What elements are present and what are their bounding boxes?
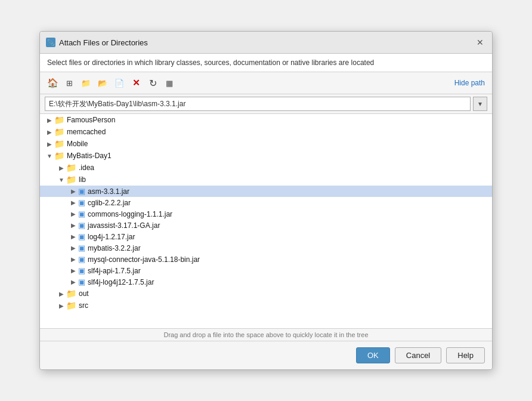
expand-arrow-mysql: ▶ <box>69 256 78 263</box>
tree-item-slf4j-api[interactable]: ▶ ▣ slf4j-api-1.7.5.jar <box>40 265 492 276</box>
expand-arrow-out: ▶ <box>57 291 66 297</box>
tree-item-memcached[interactable]: ▶ 📁 memcached <box>40 126 492 138</box>
tree-item-famousPerson[interactable]: ▶ 📁 FamousPerson <box>40 114 492 126</box>
folder-icon-famousPerson: 📁 <box>54 115 64 125</box>
folder-icon-MyBatis-Day1: 📁 <box>54 151 64 161</box>
toolbar: 🏠 ⊞ 📁 📂 📄 ✕ ↻ ▦ Hide path <box>40 72 492 94</box>
tree-label-asm: asm-3.3.1.jar <box>88 187 129 196</box>
folder-icon-Mobile: 📁 <box>54 139 64 149</box>
expand-arrow-cglib: ▶ <box>69 199 78 206</box>
tree-item-mybatis[interactable]: ▶ ▣ mybatis-3.2.2.jar <box>40 242 492 254</box>
help-button[interactable]: Help <box>446 347 485 363</box>
tree-label-out: out <box>79 289 89 298</box>
file-tree[interactable]: ▶ 📁 FamousPerson ▶ 📁 memcached ▶ 📁 Mobil… <box>40 114 492 329</box>
tree-item-mysql[interactable]: ▶ ▣ mysql-connector-java-5.1.18-bin.jar <box>40 254 492 265</box>
tree-label-mybatis: mybatis-3.2.2.jar <box>88 244 141 252</box>
tree-label-memcached: memcached <box>67 128 106 136</box>
dialog-icon: 📎 <box>46 38 55 47</box>
toolbar-left: 🏠 ⊞ 📁 📂 📄 ✕ ↻ ▦ <box>45 75 177 91</box>
expand-arrow-javassist: ▶ <box>69 222 78 229</box>
dialog-subtitle: Select files or directories in which lib… <box>40 54 492 72</box>
ok-button[interactable]: OK <box>356 347 390 363</box>
folder-icon-idea: 📁 <box>66 163 76 172</box>
expand-arrow-idea: ▶ <box>57 165 66 171</box>
tree-item-javassist[interactable]: ▶ ▣ javassist-3.17.1-GA.jar <box>40 220 492 231</box>
jar-icon-asm: ▣ <box>78 187 85 196</box>
tree-item-log4j[interactable]: ▶ ▣ log4j-1.2.17.jar <box>40 231 492 242</box>
tree-label-MyBatis-Day1: MyBatis-Day1 <box>67 152 112 160</box>
path-input-row: ▾ <box>40 94 492 114</box>
expand-arrow-slf4j-api: ▶ <box>69 267 78 274</box>
expand-arrow-Mobile: ▶ <box>45 141 54 147</box>
tree-item-out[interactable]: ▶ 📁 out <box>40 288 492 300</box>
hide-path-link[interactable]: Hide path <box>452 78 487 88</box>
tree-label-Mobile: Mobile <box>67 140 88 148</box>
button-row: OK Cancel Help <box>40 341 492 369</box>
tree-label-slf4j-api: slf4j-api-1.7.5.jar <box>88 267 141 275</box>
expand-arrow-mybatis: ▶ <box>69 245 78 251</box>
tree-label-famousPerson: FamousPerson <box>67 116 115 124</box>
tree-label-cglib: cglib-2.2.2.jar <box>88 199 131 207</box>
tree-label-javassist: javassist-3.17.1-GA.jar <box>88 221 160 230</box>
tree-item-slf4j-log[interactable]: ▶ ▣ slf4j-log4j12-1.7.5.jar <box>40 276 492 288</box>
tree-label-slf4j-log: slf4j-log4j12-1.7.5.jar <box>88 278 154 286</box>
close-button[interactable]: ✕ <box>474 36 486 48</box>
expand-arrow-commons: ▶ <box>69 211 78 217</box>
status-bar: Drag and drop a file into the space abov… <box>40 329 492 341</box>
tree-item-Mobile[interactable]: ▶ 📁 Mobile <box>40 138 492 150</box>
jar-icon-mysql: ▣ <box>78 255 85 264</box>
jar-icon-slf4j-api: ▣ <box>78 266 85 275</box>
tree-item-asm[interactable]: ▶ ▣ asm-3.3.1.jar <box>40 186 492 197</box>
tree-label-commons: commons-logging-1.1.1.jar <box>88 210 172 218</box>
expand-arrow-src: ▶ <box>57 303 66 309</box>
show-tree-button[interactable]: ▦ <box>162 75 177 91</box>
refresh-button[interactable]: ↻ <box>145 75 160 91</box>
tree-label-mysql: mysql-connector-java-5.1.18-bin.jar <box>88 255 200 264</box>
tree-item-idea[interactable]: ▶ 📁 .idea <box>40 162 492 174</box>
tree-label-idea: .idea <box>79 164 94 172</box>
expand-arrow-famousPerson: ▶ <box>45 117 54 124</box>
tree-item-MyBatis-Day1[interactable]: ▼ 📁 MyBatis-Day1 <box>40 150 492 162</box>
folder-icon-memcached: 📁 <box>54 127 64 137</box>
tree-item-src[interactable]: ▶ 📁 src <box>40 300 492 311</box>
tree-item-cglib[interactable]: ▶ ▣ cglib-2.2.2.jar <box>40 197 492 208</box>
expand-arrow-MyBatis-Day1: ▼ <box>45 153 54 159</box>
home-button[interactable]: 🏠 <box>45 75 60 91</box>
jar-icon-cglib: ▣ <box>78 198 85 207</box>
up-folder-button[interactable]: 📂 <box>95 75 110 91</box>
jar-icon-mybatis: ▣ <box>78 243 85 252</box>
tree-label-log4j: log4j-1.2.17.jar <box>88 233 135 241</box>
jar-icon-log4j: ▣ <box>78 232 85 241</box>
tree-item-lib[interactable]: ▼ 📁 lib <box>40 174 492 186</box>
title-bar-left: 📎 Attach Files or Directories <box>46 38 148 47</box>
expand-arrow-asm: ▶ <box>69 188 78 195</box>
cancel-button[interactable]: Cancel <box>395 347 441 363</box>
path-input[interactable] <box>45 97 471 111</box>
expand-arrow-memcached: ▶ <box>45 129 54 135</box>
expand-arrow-log4j: ▶ <box>69 233 78 240</box>
title-bar: 📎 Attach Files or Directories ✕ <box>40 32 492 54</box>
delete-button[interactable]: ✕ <box>128 75 144 91</box>
folder-icon-src: 📁 <box>66 301 76 310</box>
dialog-title: Attach Files or Directories <box>59 38 148 47</box>
show-bookmarks-button[interactable]: ⊞ <box>61 75 77 91</box>
expand-arrow-lib: ▼ <box>57 177 66 183</box>
folder-icon-out: 📁 <box>66 289 76 298</box>
tree-item-commons[interactable]: ▶ ▣ commons-logging-1.1.1.jar <box>40 208 492 220</box>
expand-arrow-slf4j-log: ▶ <box>69 279 78 285</box>
folder-icon-lib: 📁 <box>66 175 76 184</box>
new-folder2-button[interactable]: 📄 <box>112 75 127 91</box>
jar-icon-slf4j-log: ▣ <box>78 277 85 286</box>
jar-icon-commons: ▣ <box>78 209 85 218</box>
path-browse-button[interactable]: ▾ <box>473 97 487 111</box>
attach-files-dialog: 📎 Attach Files or Directories ✕ Select f… <box>39 31 493 370</box>
tree-label-lib: lib <box>79 175 86 184</box>
jar-icon-javassist: ▣ <box>78 221 85 230</box>
new-folder-button[interactable]: 📁 <box>78 75 94 91</box>
tree-label-src: src <box>79 301 88 310</box>
